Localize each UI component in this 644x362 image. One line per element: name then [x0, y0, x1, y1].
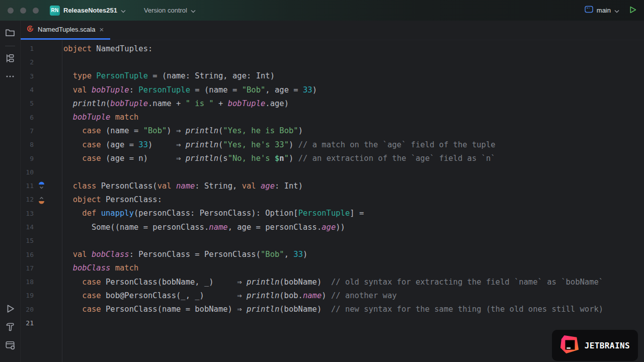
branch-widget[interactable]: main: [585, 6, 619, 15]
chevron-down-icon: [614, 6, 619, 15]
more-toolwindows-button[interactable]: [3, 69, 17, 83]
tab-bar: NamedTuples.scala ×: [21, 21, 644, 40]
code-text[interactable]: val bobClass: PersonClass = PersonClass(…: [62, 250, 307, 259]
code-line[interactable]: 7 case (name = "Bob") ⇒ println("Yes, he…: [21, 124, 644, 138]
code-line[interactable]: 19 case bob@PersonClass(_, _) ⇒ println(…: [21, 289, 644, 302]
vcs-widget[interactable]: Version control: [144, 6, 196, 15]
line-number[interactable]: 15: [21, 237, 34, 244]
code-line[interactable]: 6 bobTuple match: [21, 110, 644, 124]
code-line[interactable]: 4 val bobTuple: PersonTuple = (name = "B…: [21, 83, 644, 97]
line-number[interactable]: 19: [21, 292, 34, 299]
editor-panel: NamedTuples.scala × 1object NamedTuples:…: [21, 21, 644, 362]
scala-file-icon: [26, 25, 34, 35]
code-text[interactable]: type PersonTuple = (name: String, age: I…: [62, 71, 275, 80]
toolwindow-strip: [0, 21, 21, 362]
code-text[interactable]: case (age = n) ⇒ println(s"No, he's $n")…: [62, 154, 496, 163]
structure-toolwindow-button[interactable]: [3, 51, 17, 65]
jetbrains-badge: JETBRAINS: [552, 330, 638, 361]
line-number[interactable]: 18: [21, 278, 34, 286]
code-line[interactable]: 21: [21, 316, 644, 330]
code-text[interactable]: object NamedTuples:: [62, 44, 152, 53]
line-number[interactable]: 16: [21, 251, 34, 258]
code-text[interactable]: Some((name = personClass.name, age = per…: [62, 223, 345, 232]
line-number[interactable]: 3: [21, 72, 34, 80]
code-line[interactable]: 5 println(bobTuple.name + " is " + bobTu…: [21, 97, 644, 110]
code-line[interactable]: 20 case PersonClass(name = bobName) ⇒ pr…: [21, 303, 644, 316]
close-window-button[interactable]: [8, 8, 14, 14]
zoom-window-button[interactable]: [33, 8, 39, 14]
close-tab-icon[interactable]: ×: [99, 26, 104, 33]
code-line[interactable]: 17 bobClass match: [21, 261, 644, 275]
code-text[interactable]: bobTuple match: [62, 113, 138, 122]
code-line[interactable]: 18 case PersonClass(bobName, _) ⇒ printl…: [21, 275, 644, 289]
code-text[interactable]: case (age = 33) ⇒ println("Yes, he's 33"…: [62, 140, 496, 149]
line-number[interactable]: 17: [21, 264, 34, 272]
strip-divider: [5, 46, 15, 46]
chevron-down-icon: [191, 6, 196, 15]
line-number[interactable]: 10: [21, 168, 34, 176]
project-toolwindow-button[interactable]: [3, 26, 17, 40]
code-line[interactable]: 8 case (age = 33) ⇒ println("Yes, he's 3…: [21, 138, 644, 151]
line-number[interactable]: 6: [21, 114, 34, 121]
window-controls: [0, 8, 39, 14]
titlebar: RN ReleaseNotes251 Version control main: [0, 0, 644, 21]
minimize-window-button[interactable]: [20, 8, 26, 14]
tab-namedtuples-scala[interactable]: NamedTuples.scala ×: [21, 21, 110, 40]
tab-label: NamedTuples.scala: [38, 26, 95, 33]
jetbrains-logo-icon: [560, 335, 579, 356]
code-line[interactable]: 11 class PersonClass(val name: String, v…: [21, 179, 644, 193]
line-number[interactable]: 9: [21, 155, 34, 162]
line-number[interactable]: 13: [21, 210, 34, 217]
code-line[interactable]: 16 val bobClass: PersonClass = PersonCla…: [21, 247, 644, 261]
code-text[interactable]: val bobTuple: PersonTuple = (name = "Bob…: [62, 85, 317, 95]
branch-name: main: [597, 7, 611, 14]
code-text[interactable]: println(bobTuple.name + " is " + bobTupl…: [62, 99, 289, 108]
code-text[interactable]: bobClass match: [62, 263, 138, 273]
line-number[interactable]: 1: [21, 45, 34, 52]
line-number[interactable]: 14: [21, 223, 34, 231]
line-number[interactable]: 21: [21, 319, 34, 327]
code-text[interactable]: case PersonClass(name = bobName) ⇒ print…: [62, 305, 603, 314]
code-text[interactable]: def unapply(personClass: PersonClass): O…: [62, 209, 364, 218]
code-line[interactable]: 9 case (age = n) ⇒ println(s"No, he's $n…: [21, 151, 644, 165]
code-line[interactable]: 14 Some((name = personClass.name, age = …: [21, 220, 644, 234]
code-line[interactable]: 3 type PersonTuple = (name: String, age:…: [21, 69, 644, 83]
code-text[interactable]: case (name = "Bob") ⇒ println("Yes, he i…: [62, 126, 303, 135]
branch-icon: [585, 6, 593, 15]
project-widget[interactable]: RN ReleaseNotes251: [50, 6, 126, 16]
run-play-icon: [628, 6, 637, 16]
services-toolwindow-button[interactable]: [3, 338, 17, 352]
jetbrains-wordmark: JETBRAINS: [585, 341, 630, 350]
code-line[interactable]: 12 object PersonClass:: [21, 193, 644, 206]
gutter-class-icon[interactable]: [34, 180, 62, 192]
line-number[interactable]: 20: [21, 306, 34, 313]
code-line[interactable]: 13 def unapply(personClass: PersonClass)…: [21, 207, 644, 220]
code-text[interactable]: case PersonClass(bobName, _) ⇒ println(b…: [62, 278, 603, 287]
code-text[interactable]: class PersonClass(val name: String, val …: [62, 182, 303, 191]
chevron-down-icon: [121, 6, 126, 15]
code-text[interactable]: object PersonClass:: [62, 195, 162, 204]
line-number[interactable]: 7: [21, 127, 34, 135]
line-number[interactable]: 8: [21, 141, 34, 148]
vcs-label: Version control: [144, 7, 187, 14]
code-line[interactable]: 15: [21, 234, 644, 247]
run-button[interactable]: [628, 6, 637, 16]
line-number[interactable]: 4: [21, 86, 34, 94]
run-toolwindow-button[interactable]: [3, 302, 17, 316]
line-number[interactable]: 2: [21, 58, 34, 66]
ide-window: RN ReleaseNotes251 Version control main: [0, 0, 644, 362]
code-line[interactable]: 2: [21, 55, 644, 69]
code-line[interactable]: 10: [21, 165, 644, 179]
main-area: NamedTuples.scala × 1object NamedTuples:…: [0, 21, 644, 362]
code-text[interactable]: case bob@PersonClass(_, _) ⇒ println(bob…: [62, 291, 397, 300]
project-badge-icon: RN: [50, 6, 60, 16]
line-number[interactable]: 5: [21, 100, 34, 107]
line-number[interactable]: 11: [21, 182, 34, 190]
gutter-object-icon[interactable]: [34, 194, 62, 205]
code-lines: 1object NamedTuples:23 type PersonTuple …: [21, 42, 644, 330]
line-number[interactable]: 12: [21, 196, 34, 203]
build-toolwindow-button[interactable]: [3, 320, 17, 334]
code-editor[interactable]: 1object NamedTuples:23 type PersonTuple …: [21, 40, 644, 362]
project-name: ReleaseNotes251: [63, 7, 117, 14]
code-line[interactable]: 1object NamedTuples:: [21, 42, 644, 55]
